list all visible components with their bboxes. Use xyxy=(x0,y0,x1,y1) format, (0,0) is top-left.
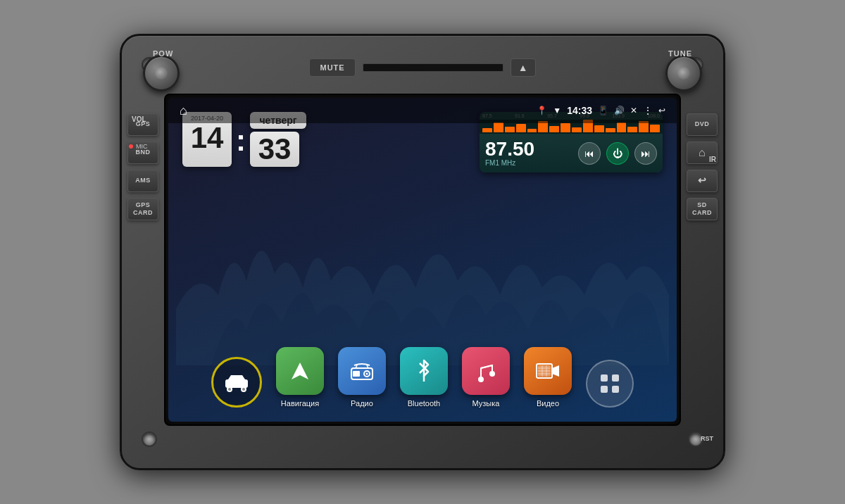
status-time: 14:33 xyxy=(567,105,592,116)
radio-icon[interactable] xyxy=(338,347,386,395)
car-icon xyxy=(221,372,252,392)
app-bluetooth: Bluetooth xyxy=(400,347,448,408)
home-icon[interactable]: ⌂ xyxy=(180,103,187,118)
app-radio: Радио xyxy=(338,347,386,408)
svg-point-3 xyxy=(228,388,231,391)
freq-bar-3 xyxy=(516,124,526,132)
status-center: 📍 ▼ 14:33 📱 🔊 ✕ ⋮ ↩ xyxy=(537,105,665,116)
svg-point-11 xyxy=(489,371,495,377)
freq-bar-8 xyxy=(572,127,582,132)
screen: ⌂ 📍 ▼ 14:33 📱 🔊 ✕ ⋮ ↩ xyxy=(168,98,677,422)
radio-power-button[interactable]: ⏻ xyxy=(606,142,629,165)
apps-grid-button[interactable] xyxy=(586,360,634,408)
top-panel: POW MUTE ▲ TUNE xyxy=(122,36,723,99)
close-icon[interactable]: ✕ xyxy=(630,106,637,115)
mic-area: MIC xyxy=(129,143,148,150)
pow-knob-inner xyxy=(155,67,168,80)
svg-point-10 xyxy=(478,377,484,382)
radio-prev-button[interactable]: ⏮ xyxy=(578,142,601,165)
radio-next-button[interactable]: ⏭ xyxy=(634,142,657,165)
clock-hour: 14 xyxy=(188,123,226,153)
clock-minute: 33 xyxy=(256,134,294,164)
svg-marker-14 xyxy=(552,365,559,377)
bluetooth-symbol-icon xyxy=(415,359,432,383)
more-icon[interactable]: ⋮ xyxy=(643,105,653,116)
grid-dot-3 xyxy=(601,386,608,393)
bluetooth-icon[interactable] xyxy=(400,347,448,395)
freq-bar-0 xyxy=(482,128,492,132)
phone-icon: 📱 xyxy=(598,106,608,115)
vol-label: VOL xyxy=(132,112,146,125)
apps-grid-icon xyxy=(586,360,634,408)
ir-label: IR xyxy=(709,152,716,165)
grid-dots xyxy=(601,374,619,393)
bluetooth-label: Bluetooth xyxy=(408,399,440,408)
sidebar-item-ams[interactable]: AMS xyxy=(127,170,158,192)
freq-bar-6 xyxy=(549,126,559,132)
freq-bar-13 xyxy=(627,127,637,132)
music-label: Музыка xyxy=(472,399,500,408)
grid-dot-2 xyxy=(612,374,619,382)
location-icon: 📍 xyxy=(537,106,547,115)
grid-dot-4 xyxy=(612,386,619,393)
video-icon[interactable] xyxy=(524,347,572,395)
mute-button[interactable]: MUTE xyxy=(309,58,355,77)
tune-knob-inner xyxy=(677,67,690,80)
svg-marker-5 xyxy=(292,363,308,379)
freq-bar-4 xyxy=(527,129,537,132)
wifi-icon: ▼ xyxy=(553,106,561,115)
car-head-unit: POW MUTE ▲ TUNE GPS BND AMS GPSCARD DVD … xyxy=(120,34,725,470)
tune-label: TUNE xyxy=(668,49,692,58)
svg-point-4 xyxy=(242,388,245,391)
volume-icon: 🔊 xyxy=(614,106,625,115)
radio-symbol-icon xyxy=(350,361,374,381)
apps-row: Навигация xyxy=(168,347,677,408)
radio-band: FM1 MHz xyxy=(485,159,578,167)
radio-main: 87.50 FM1 MHz ⏮ ⏻ ⏭ xyxy=(480,134,663,172)
freq-bar-10 xyxy=(594,125,604,132)
app-navigation: Навигация xyxy=(276,347,324,408)
video-symbol-icon xyxy=(535,361,561,381)
status-bar: ⌂ 📍 ▼ 14:33 📱 🔊 ✕ ⋮ ↩ xyxy=(168,98,677,123)
svg-line-12 xyxy=(481,365,492,368)
svg-point-9 xyxy=(366,373,368,375)
left-side-buttons: GPS BND AMS GPSCARD xyxy=(127,113,158,220)
radio-label: Радио xyxy=(351,399,373,408)
sidebar-item-back[interactable]: ↩ xyxy=(687,170,718,192)
screen-bezel: ⌂ 📍 ▼ 14:33 📱 🔊 ✕ ⋮ ↩ xyxy=(164,94,681,426)
svg-rect-7 xyxy=(353,371,360,377)
freq-bar-1 xyxy=(494,122,503,132)
car-circle[interactable] xyxy=(211,357,262,408)
app-video: Видео xyxy=(524,347,572,408)
rst-label[interactable]: RST xyxy=(701,431,713,443)
app-music: Музыка xyxy=(462,347,510,408)
mic-label: MIC xyxy=(136,143,148,150)
top-center: MUTE ▲ xyxy=(309,58,535,77)
right-side-buttons: DVD ⌂ ↩ SDCARD xyxy=(687,113,718,220)
radio-freq-display: 87.50 FM1 MHz xyxy=(485,139,578,167)
car-icon-container xyxy=(211,357,262,408)
video-label: Видео xyxy=(537,399,559,408)
pow-knob[interactable] xyxy=(143,55,180,92)
mic-indicator xyxy=(129,144,133,149)
navigation-arrow-icon xyxy=(289,360,311,382)
music-icon[interactable] xyxy=(462,347,510,395)
freq-bar-2 xyxy=(505,127,515,132)
sidebar-item-sdcard[interactable]: SDCARD xyxy=(687,198,718,220)
sidebar-item-dvd[interactable]: DVD xyxy=(687,113,718,136)
freq-bar-7 xyxy=(561,123,570,132)
bg-overlay xyxy=(168,225,677,365)
radio-frequency: 87.50 xyxy=(485,139,578,159)
music-symbol-icon xyxy=(475,360,496,382)
freq-bar-15 xyxy=(650,125,660,132)
freq-bar-12 xyxy=(617,122,627,132)
tune-knob[interactable] xyxy=(665,55,702,92)
clock-card-minute: 33 xyxy=(250,132,299,167)
radio-controls: ⏮ ⏻ ⏭ xyxy=(578,142,657,165)
back-icon[interactable]: ↩ xyxy=(658,106,665,115)
eject-button[interactable]: ▲ xyxy=(511,58,536,77)
navigation-label: Навигация xyxy=(281,399,319,408)
sidebar-item-gpscard[interactable]: GPSCARD xyxy=(127,198,158,220)
freq-bar-11 xyxy=(606,128,615,132)
navigation-icon[interactable] xyxy=(276,347,324,395)
